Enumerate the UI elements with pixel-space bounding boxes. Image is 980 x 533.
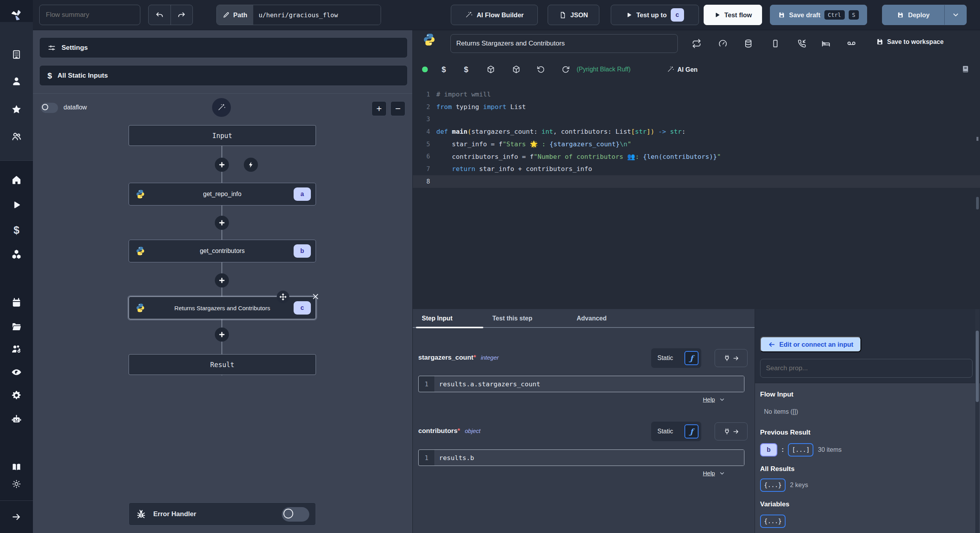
folder-icon[interactable] [11,322,22,332]
code-line-2[interactable]: 2from typing import List [413,101,980,113]
line-number: 7 [413,166,430,173]
all-static-inputs-button[interactable]: $ All Static Inputs [39,65,408,86]
windmill-logo-icon[interactable] [10,9,23,21]
star-icon[interactable] [11,104,22,115]
flow-node-result[interactable]: Result [129,354,316,375]
flow-settings-button[interactable]: Settings [39,37,408,58]
json-button[interactable]: JSON [548,5,599,25]
path-group[interactable]: Path u/henri/gracious_flow [216,5,381,25]
step-badge: c [294,301,311,315]
ai-flow-builder-button[interactable]: AI Flow Builder [451,5,538,25]
flow-summary-input[interactable] [39,5,140,25]
error-handler-toggle[interactable] [282,507,309,522]
sun-icon[interactable] [12,479,22,489]
voicemail-icon[interactable] [847,39,857,49]
input-mode-toggle[interactable]: Static ƒ [651,422,701,441]
gear-icon[interactable] [11,390,22,401]
tab-advanced[interactable]: Advanced [577,309,606,328]
add-trigger-button[interactable] [244,158,258,172]
user-icon[interactable] [11,76,22,86]
add-step-button[interactable] [215,158,229,172]
refresh-icon[interactable] [561,65,570,74]
eye-icon[interactable] [11,367,22,378]
add-step-button[interactable] [215,327,229,342]
expression-mode-icon[interactable]: ƒ [684,424,699,438]
workspace-building-icon[interactable] [11,49,22,60]
expression-mode-icon[interactable]: ƒ [684,351,699,365]
flow-node-step-b[interactable]: get_contributors b [129,240,316,262]
retry-icon[interactable] [692,39,701,48]
dollar-icon[interactable]: $ [13,224,19,236]
tab-test-this-step[interactable]: Test this step [492,309,532,328]
path-value[interactable]: u/henri/gracious_flow [253,5,381,25]
delete-step-button[interactable] [311,292,320,301]
code-line-4[interactable]: 4def main(stargazers_count: int, contrib… [413,126,980,138]
code-editor[interactable]: 1# import wmill2from typing import List3… [413,82,980,309]
test-up-to-button[interactable]: Test up to c [611,5,699,25]
sleep-icon[interactable] [821,39,831,48]
code-line-1[interactable]: 1# import wmill [413,88,980,101]
ai-gen-button[interactable]: AI Gen [667,66,698,73]
arrow-right-icon[interactable] [11,512,22,522]
input-mode-toggle[interactable]: Static ƒ [651,348,701,368]
code-line-5[interactable]: 5 star_info = f"Stars 🌟 : {stargazers_co… [413,138,980,151]
code-line-3[interactable]: 3 [413,113,980,126]
dollar-icon[interactable]: $ [441,65,446,74]
package-icon[interactable] [486,65,495,74]
save-to-workspace-button[interactable]: Save to workspace [876,38,944,45]
step-badge[interactable]: b [760,443,777,457]
calendar-icon[interactable] [11,298,22,308]
move-step-handle[interactable] [277,291,289,303]
plus-icon [218,277,226,284]
zoom-out-button[interactable]: − [390,101,405,116]
search-prop-input[interactable] [760,359,973,378]
play-icon[interactable] [11,200,22,210]
deploy-button[interactable]: Deploy [882,5,944,25]
step-title-input[interactable] [450,34,678,53]
mobile-icon[interactable] [771,39,780,48]
redo-button[interactable] [171,5,192,25]
code-line-6[interactable]: 6 contributors_info = f"Number of contri… [413,150,980,163]
users-icon[interactable] [11,131,22,142]
database-icon[interactable] [744,39,753,48]
add-step-button[interactable] [215,273,229,287]
code-line-7[interactable]: 7 return star_info + contributors_info [413,163,980,175]
connect-input-button[interactable] [715,422,748,440]
zoom-in-button[interactable]: + [372,101,387,116]
save-draft-button[interactable]: Save draft Ctrl S [770,5,867,25]
error-handler-node[interactable]: Error Handler [129,502,316,526]
library-book-icon[interactable] [961,65,970,74]
test-flow-button[interactable]: Test flow [704,5,762,25]
cubes-icon[interactable] [11,249,22,260]
object-expand-badge[interactable]: {...} [760,478,786,492]
props-scrollbar[interactable] [975,309,979,533]
undo-button[interactable] [149,5,171,25]
rotate-ccw-icon[interactable] [537,65,545,74]
code-line-8[interactable]: 8 [413,175,980,188]
expr-input-stargazers-count[interactable]: 1 results.a.stargazers_count [418,376,744,392]
flow-node-step-a[interactable]: get_repo_info a [129,183,316,206]
object-expand-badge[interactable]: {...} [760,515,786,528]
edit-or-connect-button[interactable]: Edit or connect an input [760,337,861,352]
deploy-more-button[interactable] [944,5,966,25]
gauge-icon[interactable] [718,39,728,48]
expr-input-contributors[interactable]: 1 results.b [418,449,744,466]
add-step-button[interactable] [215,216,229,230]
phone-incoming-icon[interactable] [797,39,806,48]
robot-icon[interactable] [11,414,22,425]
users-gear-icon[interactable] [11,344,22,355]
help-link[interactable]: Help [703,396,725,403]
home-icon[interactable] [11,175,22,186]
ai-wand-button[interactable] [212,98,231,117]
editor-scrollbar[interactable] [976,197,979,209]
book-icon[interactable] [11,462,22,473]
dataflow-toggle[interactable] [41,103,58,113]
flow-node-input[interactable]: Input [129,125,316,146]
dollar-icon[interactable]: $ [464,65,468,74]
help-link[interactable]: Help [703,470,725,477]
array-expand-badge[interactable]: [...] [788,443,813,457]
package-icon[interactable] [512,65,521,74]
lint-assistants-label[interactable]: (Pyright Black Ruff) [577,66,631,73]
tab-step-input[interactable]: Step Input [422,309,452,328]
connect-input-button[interactable] [715,349,748,367]
